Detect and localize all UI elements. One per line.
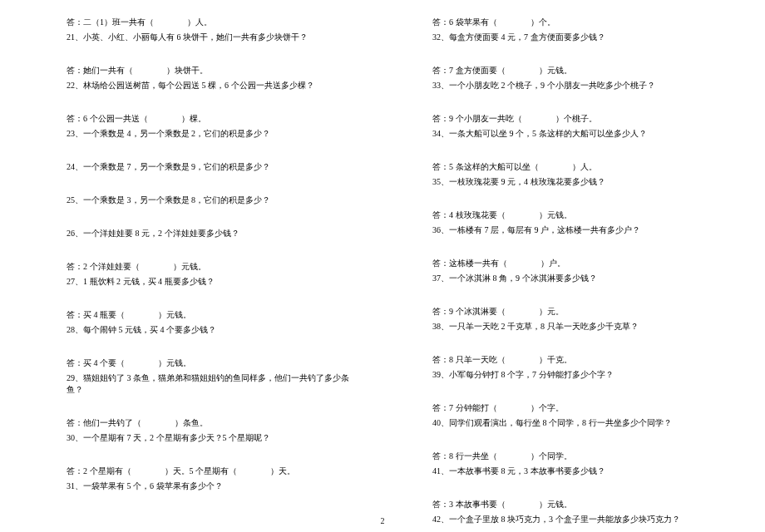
text-line: 21、小英、小红、小丽每人有 6 块饼干，她们一共有多少块饼干？ bbox=[67, 32, 349, 43]
text-line: 27、1 瓶饮料 2 元钱，买 4 瓶要多少钱？ bbox=[67, 276, 349, 288]
text-line: 答：他们一共钓了（ ）条鱼。 bbox=[67, 417, 349, 429]
text-line: 答：6 个公园一共送（ ）棵。 bbox=[67, 113, 349, 125]
text-line: 39、小军每分钟打 8 个字，7 分钟能打多少个字？ bbox=[432, 369, 715, 381]
text-line: 答：7 分钟能打（ ）个字。 bbox=[432, 402, 715, 414]
text-line: 答：二（1）班一共有（ ）人。 bbox=[67, 17, 349, 28]
text-line: 答：2 个星期有（ ）天。5 个星期有（ ）天。 bbox=[67, 466, 349, 477]
spacing bbox=[67, 399, 349, 417]
spacing bbox=[67, 447, 349, 466]
text-line: 37、一个冰淇淋 8 角，9 个冰淇淋要多少钱？ bbox=[432, 273, 715, 284]
spacing bbox=[67, 291, 349, 309]
spacing bbox=[432, 432, 715, 451]
left-column: 答：二（1）班一共有（ ）人。21、小英、小红、小丽每人有 6 块饼干，她们一共… bbox=[67, 17, 349, 529]
text-line: 答：买 4 瓶要（ ）元钱。 bbox=[67, 309, 349, 321]
text-line: 答：这栋楼一共有（ ）户。 bbox=[432, 258, 715, 269]
text-line: 答：8 行一共坐（ ）个同学。 bbox=[432, 451, 715, 462]
text-line: 29、猫姐姐钓了 3 条鱼，猫弟弟和猫姐姐钓的鱼同样多，他们一共钓了多少条鱼？ bbox=[67, 372, 349, 396]
page-number: 2 bbox=[0, 516, 765, 525]
text-line: 31、一袋苹果有 5 个，6 袋苹果有多少个？ bbox=[67, 480, 349, 492]
text-line: 答：6 袋苹果有（ ）个。 bbox=[432, 17, 715, 28]
text-line: 答：5 条这样的大船可以坐（ ）人。 bbox=[432, 161, 715, 173]
page-content: 答：二（1）班一共有（ ）人。21、小英、小红、小丽每人有 6 块饼干，她们一共… bbox=[0, 0, 765, 532]
text-line: 答：她们一共有（ ）块饼干。 bbox=[67, 65, 349, 76]
text-line: 答：9 个小朋友一共吃（ ）个桃子。 bbox=[432, 113, 715, 125]
spacing bbox=[67, 209, 349, 228]
text-line: 36、一栋楼有 7 层，每层有 9 户，这栋楼一共有多少户？ bbox=[432, 224, 715, 236]
text-line: 答：8 只羊一天吃（ ）千克。 bbox=[432, 354, 715, 366]
spacing bbox=[432, 480, 715, 499]
text-line: 28、每个闹钟 5 元钱，买 4 个要多少钱？ bbox=[67, 324, 349, 336]
text-line: 35、一枝玫瑰花要 9 元，4 枝玫瑰花要多少钱？ bbox=[432, 176, 715, 188]
spacing bbox=[432, 47, 715, 65]
text-line: 41、一本故事书要 8 元，3 本故事书要多少钱？ bbox=[432, 466, 715, 477]
spacing bbox=[67, 95, 349, 113]
text-line: 答：2 个洋娃娃要（ ）元钱。 bbox=[67, 261, 349, 273]
text-line: 38、一只羊一天吃 2 千克草，8 只羊一天吃多少千克草？ bbox=[432, 321, 715, 332]
spacing bbox=[432, 143, 715, 161]
text-line: 答：9 个冰淇淋要（ ）元。 bbox=[432, 306, 715, 318]
spacing bbox=[67, 47, 349, 65]
text-line: 30、一个星期有 7 天，2 个星期有多少天？5 个星期呢？ bbox=[67, 432, 349, 444]
text-line: 答：3 本故事书要（ ）元钱。 bbox=[432, 499, 715, 510]
text-line: 25、一个乘数是 3，另一个乘数是 8，它们的积是多少？ bbox=[67, 195, 349, 206]
spacing bbox=[67, 339, 349, 357]
text-line: 34、一条大船可以坐 9 个，5 条这样的大船可以坐多少人？ bbox=[432, 128, 715, 140]
right-column: 答：6 袋苹果有（ ）个。32、每盒方便面要 4 元，7 盒方便面要多少钱？答：… bbox=[432, 17, 715, 529]
text-line: 24、一个乘数是 7，另一个乘数是 9，它们的积是多少？ bbox=[67, 161, 349, 173]
spacing bbox=[432, 384, 715, 402]
spacing bbox=[432, 191, 715, 209]
text-line: 33、一个小朋友吃 2 个桃子，9 个小朋友一共吃多少个桃子？ bbox=[432, 80, 715, 91]
spacing bbox=[67, 243, 349, 261]
text-line: 答：4 枝玫瑰花要（ ）元钱。 bbox=[432, 209, 715, 221]
spacing bbox=[432, 95, 715, 113]
text-line: 26、一个洋娃娃要 8 元，2 个洋娃娃要多少钱？ bbox=[67, 228, 349, 239]
text-line: 答：7 盒方便面要（ ）元钱。 bbox=[432, 65, 715, 76]
text-line: 22、林场给公园送树苗，每个公园送 5 棵，6 个公园一共送多少棵？ bbox=[67, 80, 349, 91]
text-line: 40、同学们观看演出，每行坐 8 个同学，8 行一共坐多少个同学？ bbox=[432, 417, 715, 429]
text-line: 答：买 4 个要（ ）元钱。 bbox=[67, 357, 349, 369]
spacing bbox=[432, 336, 715, 354]
spacing bbox=[432, 239, 715, 258]
spacing bbox=[67, 143, 349, 161]
spacing bbox=[67, 176, 349, 195]
text-line: 32、每盒方便面要 4 元，7 盒方便面要多少钱？ bbox=[432, 32, 715, 43]
text-line: 23、一个乘数是 4，另一个乘数是 2，它们的积是多少？ bbox=[67, 128, 349, 140]
spacing bbox=[432, 288, 715, 306]
